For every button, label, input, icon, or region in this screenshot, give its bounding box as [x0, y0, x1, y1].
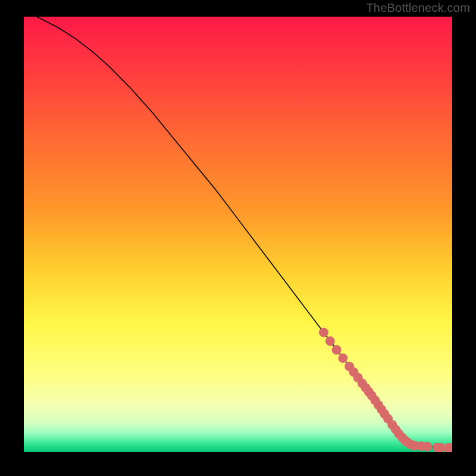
data-marker [422, 441, 432, 451]
marker-group [319, 328, 452, 452]
attribution-label: TheBottleneck.com [366, 1, 470, 15]
data-marker [325, 336, 335, 346]
chart-overlay [24, 17, 452, 452]
data-marker [332, 345, 342, 355]
data-marker [338, 353, 347, 363]
curve-line [37, 17, 452, 448]
plot-area [24, 17, 452, 452]
data-marker [319, 328, 328, 337]
chart-frame: TheBottleneck.com [0, 0, 476, 476]
